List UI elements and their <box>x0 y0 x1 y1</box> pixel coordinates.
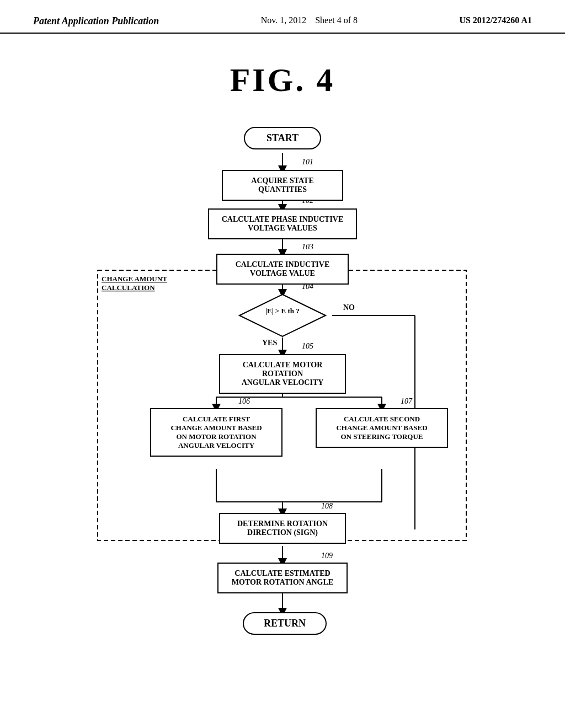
node-106: CALCULATE FIRST CHANGE AMOUNT BASED ON M… <box>150 408 282 457</box>
node-101-label: ACQUIRE STATE QUANTITIES <box>251 176 313 194</box>
svg-text:103: 103 <box>302 243 313 251</box>
svg-text:109: 109 <box>321 552 333 560</box>
sheet-label: Sheet 4 of 8 <box>315 15 358 25</box>
header-center: Nov. 1, 2012 Sheet 4 of 8 <box>261 15 358 25</box>
svg-text:106: 106 <box>238 397 250 405</box>
start-node: START <box>244 127 321 149</box>
start-label: START <box>266 132 299 143</box>
node-103: CALCULATE INDUCTIVE VOLTAGE VALUE <box>216 254 349 285</box>
node-109: CALCULATE ESTIMATED MOTOR ROTATION ANGLE <box>217 563 348 593</box>
main-content: FIG. 4 <box>0 34 565 717</box>
return-label: RETURN <box>264 618 306 629</box>
publication-label: Patent Application Publication <box>33 15 159 27</box>
svg-text:NO: NO <box>343 303 355 312</box>
node-108: DETERMINE ROTATION DIRECTION (SIGN) <box>219 513 346 544</box>
node-107: CALCULATE SECOND CHANGE AMOUNT BASED ON … <box>316 408 448 448</box>
node-105: CALCULATE MOTOR ROTATION ANGULAR VELOCIT… <box>219 354 346 394</box>
svg-marker-32 <box>239 295 326 336</box>
svg-text:|E| > E th ?: |E| > E th ? <box>265 307 300 315</box>
node-102: CALCULATE PHASE INDUCTIVE VOLTAGE VALUES <box>208 208 357 239</box>
return-node: RETURN <box>243 612 327 635</box>
svg-text:YES: YES <box>262 339 277 347</box>
figure-title: FIG. 4 <box>230 61 335 99</box>
flowchart: NO YES 101 102 103 104 105 106 107 108 1… <box>73 116 492 700</box>
svg-text:CALCULATION: CALCULATION <box>102 283 155 292</box>
svg-text:101: 101 <box>302 158 313 166</box>
patent-number: US 2012/274260 A1 <box>459 15 532 25</box>
header: Patent Application Publication Nov. 1, 2… <box>0 0 565 34</box>
svg-text:CHANGE AMOUNT: CHANGE AMOUNT <box>102 275 167 283</box>
svg-text:107: 107 <box>401 397 413 405</box>
svg-text:105: 105 <box>302 342 313 350</box>
date-label: Nov. 1, 2012 <box>261 15 307 25</box>
svg-text:108: 108 <box>321 502 333 510</box>
node-104-diamond: |E| > E th ? <box>238 293 327 340</box>
node-101: ACQUIRE STATE QUANTITIES <box>222 170 343 201</box>
